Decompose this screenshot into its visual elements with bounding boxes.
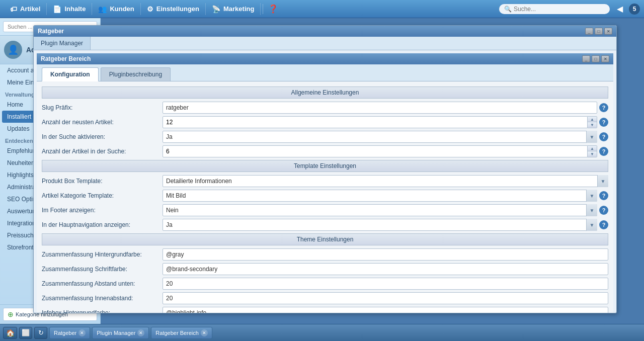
nav-right-icons: ◀ 5 bbox=[614, 3, 640, 15]
taskbar-plugin-manager-btn[interactable]: Plugin Manager ✕ bbox=[92, 327, 149, 339]
nav-artikel[interactable]: 🏷 Artikel bbox=[4, 3, 47, 15]
spinner-down[interactable]: ▼ bbox=[588, 122, 597, 128]
row-activate-search: In der Suche aktivieren: Ja Nein ▼ ? bbox=[42, 131, 608, 143]
summary-bg-input[interactable] bbox=[163, 248, 608, 261]
ratgeber-bereich-title: Ratgeber Bereich bbox=[41, 55, 91, 62]
article-category-select-wrap: Mit Bild Ohne Bild ▼ bbox=[163, 190, 597, 202]
product-box-select-wrap: Detailierte Informationen ▼ bbox=[163, 175, 608, 187]
tab-konfiguration[interactable]: Konfiguration bbox=[42, 67, 99, 81]
spinner-up-2[interactable]: ▲ bbox=[588, 146, 597, 151]
taskbar-plugin-manager-close[interactable]: ✕ bbox=[137, 329, 144, 336]
taskbar-ratgeber-bereich-close[interactable]: ✕ bbox=[201, 329, 208, 336]
user-badge[interactable]: 5 bbox=[629, 4, 640, 15]
summary-font-control bbox=[163, 263, 608, 275]
infobox-bg-input[interactable] bbox=[163, 307, 608, 313]
summary-bg-label: Zusammenfassung Hintergrundfarbe: bbox=[42, 251, 163, 258]
row-articles-in-search: Anzahl der Artikel in der Suche: ▲ ▼ ? bbox=[42, 145, 608, 157]
slug-prefix-control: ? bbox=[163, 102, 608, 114]
sub-close-btn[interactable]: ✕ bbox=[601, 55, 609, 62]
tab-pluginbeschreibung[interactable]: Pluginbeschreibung bbox=[101, 67, 171, 81]
summary-padding-control bbox=[163, 292, 608, 304]
section-allgemeine: Allgemeine Einstellungen bbox=[42, 87, 608, 99]
summary-font-input[interactable] bbox=[163, 263, 608, 275]
plugin-manager-panel: Plugin Manager bbox=[34, 37, 616, 50]
article-category-template-control: Mit Bild Ohne Bild ▼ ? bbox=[163, 190, 608, 202]
footer-display-control: Nein Ja ▼ ? bbox=[163, 204, 608, 216]
back-nav-icon[interactable]: ◀ bbox=[614, 3, 626, 15]
newest-articles-help[interactable]: ? bbox=[599, 118, 608, 127]
footer-display-help[interactable]: ? bbox=[599, 206, 608, 215]
section-template: Template Einstellungen bbox=[42, 160, 608, 172]
search-input[interactable] bbox=[514, 6, 604, 13]
avatar: 👤 bbox=[4, 41, 22, 59]
row-product-box-template: Produkt Box Template: Detailierte Inform… bbox=[42, 175, 608, 187]
slug-prefix-input[interactable] bbox=[163, 102, 597, 114]
maximize-btn[interactable]: □ bbox=[595, 28, 603, 35]
nav-kunden[interactable]: 👥 Kunden bbox=[92, 3, 140, 15]
articles-in-search-label: Anzahl der Artikel in der Suche: bbox=[42, 148, 163, 155]
nav-inhalte[interactable]: 📄 Inhalte bbox=[47, 3, 92, 15]
article-category-help[interactable]: ? bbox=[599, 191, 608, 200]
artikel-icon: 🏷 bbox=[10, 5, 17, 13]
activate-search-help[interactable]: ? bbox=[599, 132, 608, 141]
sub-minimize-btn[interactable]: _ bbox=[582, 55, 590, 62]
footer-display-select-wrap: Nein Ja ▼ bbox=[163, 204, 597, 216]
nav-einstellungen[interactable]: ⚙ Einstellungen bbox=[141, 3, 206, 15]
articles-in-search-help[interactable]: ? bbox=[599, 147, 608, 156]
search-icon: 🔍 bbox=[504, 6, 512, 13]
newest-articles-label: Anzahl der neusten Artikel: bbox=[42, 119, 163, 126]
row-newest-articles: Anzahl der neusten Artikel: ▲ ▼ ? bbox=[42, 116, 608, 128]
main-nav-label: In der Hauptnavigation anzeigen: bbox=[42, 221, 163, 228]
ratgeber-window-controls: _ □ ✕ bbox=[585, 28, 612, 35]
articles-in-search-input[interactable] bbox=[163, 145, 588, 157]
taskbar: 🏠 ⬜ ↻ Ratgeber ✕ Plugin Manager ✕ Ratgeb… bbox=[0, 324, 644, 341]
plugin-manager-tab[interactable]: Plugin Manager bbox=[34, 37, 91, 50]
taskbar-home-btn[interactable]: 🏠 bbox=[3, 327, 17, 339]
product-box-template-select[interactable]: Detailierte Informationen bbox=[163, 175, 608, 187]
infobox-bg-label: Infobox Hintergrundfarbe: bbox=[42, 309, 163, 313]
row-main-nav: In der Hauptnavigation anzeigen: Ja Nein… bbox=[42, 219, 608, 231]
articles-in-search-btns: ▲ ▼ bbox=[588, 145, 597, 157]
taskbar-ratgeber-close[interactable]: ✕ bbox=[78, 329, 86, 336]
row-infobox-bg: Infobox Hintergrundfarbe: bbox=[42, 307, 608, 313]
article-category-template-select[interactable]: Mit Bild Ohne Bild bbox=[163, 190, 597, 202]
newest-articles-input[interactable] bbox=[163, 116, 588, 128]
config-content: Allgemeine Einstellungen Slug Präfix: ? … bbox=[37, 81, 613, 313]
product-box-template-control: Detailierte Informationen ▼ bbox=[163, 175, 608, 187]
taskbar-icon-1[interactable]: ⬜ bbox=[19, 327, 32, 339]
slug-prefix-label: Slug Präfix: bbox=[42, 104, 163, 111]
main-nav-help[interactable]: ? bbox=[599, 220, 608, 229]
summary-padding-input[interactable] bbox=[163, 292, 608, 304]
taskbar-icon-2[interactable]: ↻ bbox=[34, 327, 47, 339]
activate-search-label: In der Suche aktivieren: bbox=[42, 133, 163, 140]
nav-separator bbox=[263, 4, 263, 14]
footer-display-select[interactable]: Nein Ja bbox=[163, 204, 597, 216]
main-area: 👤 Account Account aufrufen Meine Einkäuf… bbox=[0, 18, 644, 324]
sub-maximize-btn[interactable]: □ bbox=[592, 55, 600, 62]
add-icon: ⊕ bbox=[8, 310, 14, 318]
summary-margin-label: Zusammenfassung Abstand unten: bbox=[42, 280, 163, 287]
top-navigation: 🏷 Artikel 📄 Inhalte 👥 Kunden ⚙ Einstellu… bbox=[0, 0, 644, 18]
articles-in-search-spinner: ▲ ▼ bbox=[163, 145, 597, 157]
close-btn[interactable]: ✕ bbox=[604, 28, 612, 35]
row-summary-font: Zusammenfassung Schriftfarbe: bbox=[42, 263, 608, 275]
row-article-category-template: Artikel Kategorie Template: Mit Bild Ohn… bbox=[42, 190, 608, 202]
ratgeber-bereich-wrap: Ratgeber Bereich _ □ ✕ Konfiguration Plu… bbox=[37, 53, 613, 313]
section-theme: Theme Einstellungen bbox=[42, 233, 608, 245]
summary-margin-input[interactable] bbox=[163, 278, 608, 290]
row-slug-prefix: Slug Präfix: ? bbox=[42, 102, 608, 114]
taskbar-ratgeber-btn[interactable]: Ratgeber ✕ bbox=[49, 327, 90, 339]
slug-prefix-help[interactable]: ? bbox=[599, 103, 608, 112]
spinner-down-2[interactable]: ▼ bbox=[588, 151, 597, 157]
newest-articles-spinner: ▲ ▼ bbox=[163, 116, 597, 128]
ratgeber-window-title: Ratgeber bbox=[38, 28, 64, 35]
nav-marketing[interactable]: 📡 Marketing bbox=[206, 3, 261, 15]
activate-search-select[interactable]: Ja Nein bbox=[163, 131, 597, 143]
marketing-icon: 📡 bbox=[212, 5, 220, 13]
minimize-btn[interactable]: _ bbox=[585, 28, 593, 35]
taskbar-ratgeber-bereich-btn[interactable]: Ratgeber Bereich ✕ bbox=[151, 327, 212, 339]
main-nav-select[interactable]: Ja Nein bbox=[163, 219, 597, 231]
help-nav-icon[interactable]: ❓ bbox=[265, 3, 281, 15]
spinner-up[interactable]: ▲ bbox=[588, 117, 597, 122]
product-box-template-label: Produkt Box Template: bbox=[42, 178, 163, 185]
